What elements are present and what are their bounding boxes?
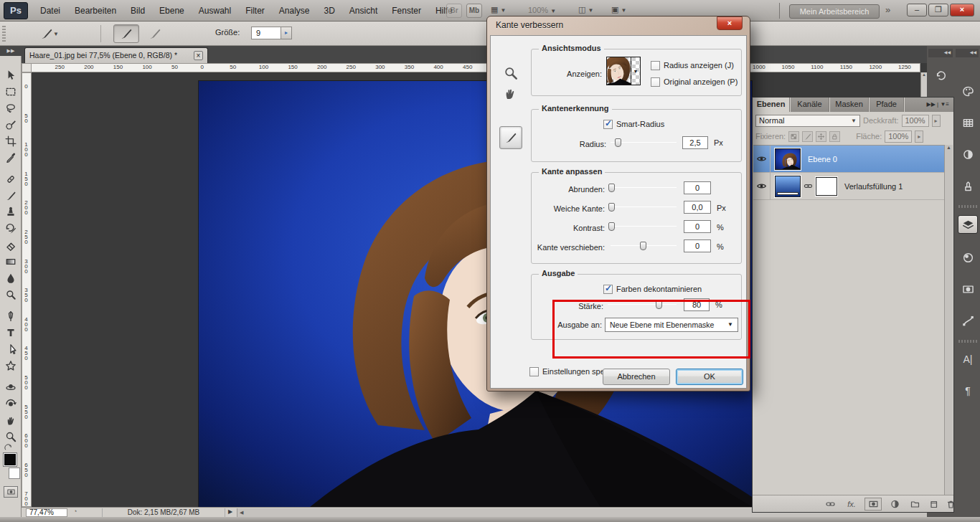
tool-eyedropper[interactable] xyxy=(2,150,19,166)
slider-thumb[interactable] xyxy=(608,222,615,231)
menu-bearbeiten[interactable]: Bearbeiten xyxy=(67,6,123,16)
styles-panel-icon[interactable] xyxy=(958,176,978,195)
add-mask-icon[interactable] xyxy=(864,498,882,511)
dock-b-collapse[interactable]: ◀◀ xyxy=(956,49,979,57)
lock-transparency-icon[interactable] xyxy=(788,131,799,142)
brush-preset-picker[interactable]: ▼ xyxy=(33,24,66,43)
layers-panel-icon[interactable] xyxy=(958,215,978,234)
tool-blur[interactable] xyxy=(2,270,19,286)
adjust-row-value[interactable]: 0,0 xyxy=(684,201,711,214)
delete-layer-icon[interactable] xyxy=(942,498,959,511)
layer-style-fx-icon[interactable]: fx. xyxy=(843,498,860,511)
mini-bridge-button[interactable]: Mb xyxy=(466,4,482,18)
smart-radius-checkbox[interactable]: Smart-Radius xyxy=(603,120,664,129)
view-checkbox-original[interactable]: Original anzeigen (P) xyxy=(651,77,738,87)
paragraph-panel-icon[interactable]: ¶ xyxy=(958,381,978,400)
checkbox-box[interactable] xyxy=(651,77,660,87)
opacity-spinner[interactable]: ▸ xyxy=(932,115,941,127)
opacity-value[interactable]: 100% xyxy=(902,115,929,127)
close-button[interactable]: × xyxy=(950,4,974,16)
slider-thumb[interactable] xyxy=(640,242,646,250)
tool-dodge[interactable] xyxy=(2,287,19,303)
quick-mask-button[interactable] xyxy=(4,486,18,498)
checkbox-box[interactable] xyxy=(651,61,660,70)
hand-tool-icon[interactable] xyxy=(503,86,517,102)
tool-history-brush[interactable] xyxy=(2,221,19,237)
menu-ansicht[interactable]: Ansicht xyxy=(342,6,385,16)
adjust-row-value[interactable]: 0 xyxy=(684,239,711,252)
layer-name[interactable]: Ebene 0 xyxy=(808,155,837,163)
lock-all-icon[interactable] xyxy=(829,131,840,142)
adjustment-layer-icon[interactable] xyxy=(886,498,903,511)
tool-eraser[interactable] xyxy=(2,237,19,253)
foreground-color-swatch[interactable] xyxy=(4,453,17,466)
tool-crop[interactable] xyxy=(2,133,19,149)
tool-type[interactable] xyxy=(2,325,19,341)
tool-gradient[interactable] xyxy=(2,254,19,270)
screen-mode-dropdown[interactable]: ▣ ▼ xyxy=(611,5,626,14)
character-panel-icon[interactable]: A| xyxy=(958,350,978,369)
bridge-button[interactable]: Br xyxy=(446,4,462,18)
view-thumbnail-dropdown[interactable]: ▼ xyxy=(606,57,641,85)
fill-value[interactable]: 100% xyxy=(885,130,912,143)
color-panel-icon[interactable] xyxy=(958,82,978,100)
document-tab[interactable]: Haare_01.jpg bei 77,5% (Ebene 0, RGB/8) … xyxy=(24,47,208,63)
layer-thumbnail[interactable] xyxy=(775,148,801,170)
view-checkbox-radius[interactable]: Radius anzeigen (J) xyxy=(651,61,734,70)
dialog-close-button[interactable]: × xyxy=(717,16,743,30)
blend-mode-select[interactable]: Normal▼ xyxy=(755,115,860,127)
adjust-row-slider[interactable] xyxy=(611,222,677,232)
brush-size-spinner[interactable]: ▸ xyxy=(281,27,292,39)
menu-fenster[interactable]: Fenster xyxy=(385,6,428,16)
slider-thumb[interactable] xyxy=(615,138,621,147)
refine-radius-tool[interactable] xyxy=(499,126,522,149)
checkbox-box[interactable] xyxy=(603,120,613,129)
radius-slider[interactable] xyxy=(611,138,677,148)
brush-size-input[interactable]: 9 xyxy=(251,27,281,39)
minimize-button[interactable]: – xyxy=(907,4,927,16)
tool-move[interactable] xyxy=(2,67,19,83)
menu-filter[interactable]: Filter xyxy=(238,6,272,16)
checkbox-box[interactable] xyxy=(529,367,539,376)
tab-close-icon[interactable]: × xyxy=(194,51,203,60)
menu-auswahl[interactable]: Auswahl xyxy=(192,6,238,16)
swatches-panel-icon[interactable] xyxy=(958,113,978,132)
new-group-icon[interactable] xyxy=(906,498,923,511)
tool-quick-selection[interactable] xyxy=(2,117,19,133)
drag-grip[interactable] xyxy=(2,26,6,42)
tool-spot-healing-brush[interactable] xyxy=(2,171,19,187)
new-layer-icon[interactable] xyxy=(925,498,942,511)
link-layers-icon[interactable] xyxy=(821,498,839,511)
tool-custom-shape[interactable] xyxy=(2,358,19,374)
slider-thumb[interactable] xyxy=(608,184,615,192)
menu-analyse[interactable]: Analyse xyxy=(272,6,317,16)
tab-kanaele[interactable]: Kanäle xyxy=(791,98,829,112)
guides-dropdown[interactable]: ▦ ▼ xyxy=(491,5,506,14)
tool-clone-stamp[interactable] xyxy=(2,204,19,220)
paths-panel-icon[interactable] xyxy=(958,311,978,330)
tab-masken[interactable]: Masken xyxy=(830,98,869,112)
tab-pfade[interactable]: Pfade xyxy=(870,98,904,112)
cancel-button[interactable]: Abbrechen xyxy=(603,369,670,385)
layer-row-ebene-0[interactable]: Ebene 0 xyxy=(753,146,946,173)
background-color-swatch[interactable] xyxy=(9,468,20,479)
panel-tab-extras[interactable]: ▶▶ | ▼≡ xyxy=(905,98,953,112)
status-expand-icon[interactable]: ▶ xyxy=(228,508,232,515)
adjustments-panel-icon[interactable] xyxy=(958,145,978,163)
adjust-row-slider[interactable] xyxy=(611,241,677,251)
tool-pen[interactable] xyxy=(2,308,19,324)
gradient-fill-thumbnail[interactable] xyxy=(775,176,801,197)
ruler-origin-corner[interactable] xyxy=(22,63,32,72)
document-size-info[interactable]: Dok: 2,15 MB/2,67 MB xyxy=(102,508,225,517)
dock-a-collapse[interactable]: ◀◀ xyxy=(928,49,953,57)
radius-value[interactable]: 2,5 xyxy=(682,136,708,149)
tools-panel-collapse[interactable]: ▶▶ xyxy=(0,46,22,56)
layer-list-scrollbar[interactable]: ▲ xyxy=(944,145,953,495)
history-panel-icon[interactable] xyxy=(930,66,951,85)
workspace-button[interactable]: Mein Arbeitsbereich xyxy=(789,4,880,19)
lock-position-icon[interactable] xyxy=(816,131,826,142)
zoom-level-dropdown[interactable]: 100% ▼ xyxy=(528,6,556,14)
menu-ebene[interactable]: Ebene xyxy=(152,6,192,16)
tool-3d-orbit[interactable] xyxy=(2,396,19,412)
visibility-eye-icon[interactable] xyxy=(753,173,771,200)
